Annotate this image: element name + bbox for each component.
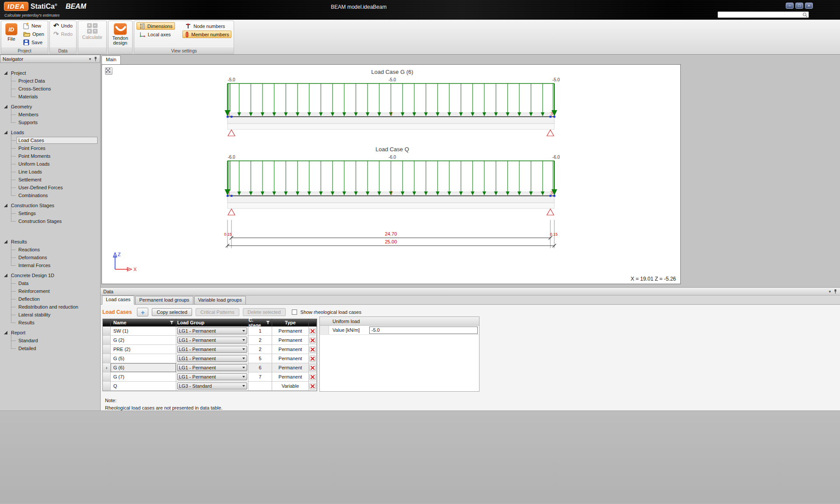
cell-type[interactable]: Permanent [272,327,309,336]
add-load-case-button[interactable]: + [137,308,148,316]
node-numbers-toggle[interactable]: Node numbers [182,22,231,30]
critical-patterns-button[interactable]: Critical Patterns [196,308,239,316]
cell-name[interactable]: G (5) [111,354,176,363]
row-selector-cell[interactable] [103,327,111,336]
expander-icon[interactable] [4,105,8,109]
data-panel-pin-icon[interactable] [833,289,837,294]
navigator-dropdown-icon[interactable]: ▾ [89,57,91,61]
sidebar-item-results[interactable]: Results [0,319,100,327]
table-row[interactable]: G (5)LG1 - Permanent5Permanent [103,354,317,363]
row-selector-cell[interactable] [103,336,111,345]
expander-icon[interactable] [4,240,8,244]
cell-name[interactable]: G (2) [111,336,176,345]
column-header-type[interactable]: Type [272,319,309,327]
close-button[interactable]: × [805,3,813,9]
delete-row-button[interactable] [309,374,316,380]
delete-row-button[interactable] [309,337,316,344]
filter-funnel-icon[interactable] [266,321,270,324]
new-button[interactable]: New [22,22,46,29]
cell-c-stage[interactable] [248,382,272,391]
cell-type[interactable]: Variable [272,382,309,391]
expander-icon[interactable] [4,274,8,278]
expander-icon[interactable] [4,131,8,135]
cell-c-stage[interactable]: 7 [248,372,272,382]
load-group-dropdown[interactable]: LG3 - Standard [177,382,247,389]
data-panel-dropdown-icon[interactable]: ▾ [829,289,831,294]
load-group-dropdown[interactable]: LG1 - Permanent [177,364,247,371]
cell-type[interactable]: Permanent [272,336,309,345]
row-selector-cell[interactable]: › [103,363,111,372]
row-selector-cell[interactable] [103,372,111,382]
column-header-c-stage[interactable]: C. stage [248,319,272,327]
cell-name[interactable]: Q [111,382,176,391]
expander-icon[interactable] [4,204,8,208]
row-selector-cell[interactable] [103,382,111,391]
load-group-dropdown[interactable]: LG1 - Permanent [177,355,247,362]
cell-name[interactable]: G (6) [111,363,176,372]
fit-view-button[interactable] [105,67,112,75]
load-group-dropdown[interactable]: LG1 - Permanent [177,327,247,334]
cell-c-stage[interactable]: 6 [248,363,272,372]
tendon-design-button[interactable]: Tendondesign [111,22,130,46]
table-row[interactable]: ›G (6)LG1 - Permanent6Permanent [103,363,317,372]
cell-c-stage[interactable]: 1 [248,327,272,336]
column-header-load-group[interactable]: Load Group [176,319,248,327]
delete-row-button[interactable] [309,383,316,389]
cell-c-stage[interactable]: 2 [248,336,272,345]
cell-name[interactable]: G (7) [111,372,176,382]
open-button[interactable]: Open [22,31,46,38]
load-group-dropdown[interactable]: LG1 - Permanent [177,337,247,344]
delete-row-button[interactable] [309,328,316,334]
sidebar-item-supports[interactable]: Supports [0,118,100,126]
search-input[interactable] [718,11,809,18]
dimensions-toggle[interactable]: Dimensions [136,22,175,30]
row-selector-cell[interactable] [103,354,111,363]
table-row[interactable]: QLG3 - StandardVariable [103,382,317,391]
value-input[interactable]: -5.0 [369,327,478,334]
undo-button[interactable]: ↶ Undo [52,22,74,29]
cell-type[interactable]: Permanent [272,363,309,372]
cell-name[interactable]: PRE (2) [111,345,176,354]
expander-icon[interactable] [4,71,8,75]
filter-funnel-icon[interactable] [170,321,174,324]
show-rheological-checkbox[interactable] [292,309,297,315]
sidebar-item-internal-forces[interactable]: Internal Forces [0,261,100,269]
minimize-button[interactable]: − [786,3,794,9]
expander-icon[interactable] [4,331,8,335]
sidebar-item-detailed[interactable]: Detailed [0,344,100,352]
table-row[interactable]: G (7)LG1 - Permanent7Permanent [103,372,317,382]
cell-type[interactable]: Permanent [272,372,309,382]
local-axes-toggle[interactable]: Local axes [136,31,175,38]
tab-load-cases[interactable]: Load cases [102,295,134,305]
beam-canvas[interactable]: Load Case G (6)-5.0-5.0-5.0123Load Case … [102,64,681,284]
cell-name[interactable]: SW (1) [111,327,176,336]
load-group-dropdown[interactable]: LG1 - Permanent [177,373,247,380]
table-row[interactable]: SW (1)LG1 - Permanent1Permanent [103,327,317,336]
sidebar-item-combinations[interactable]: Combinations [0,191,100,199]
column-header-name[interactable]: Name [111,319,176,327]
redo-button[interactable]: ↷ Redo [52,31,74,38]
sidebar-item-construction-stages[interactable]: Construction Stages [0,217,100,225]
maximize-button[interactable]: □ [795,3,803,9]
tab-variable-load-groups[interactable]: Variable load groups [194,296,246,304]
cell-c-stage[interactable]: 5 [248,354,272,363]
delete-row-button[interactable] [309,365,316,371]
sidebar-item-materials[interactable]: Materials [0,93,100,101]
cell-type[interactable]: Permanent [272,354,309,363]
delete-row-button[interactable] [309,355,316,362]
delete-row-button[interactable] [309,346,316,353]
tab-main[interactable]: Main [102,56,121,64]
tab-permanent-load-groups[interactable]: Permanent load groups [135,296,193,304]
cell-c-stage[interactable]: 2 [248,345,272,354]
row-selector-cell[interactable] [103,345,111,354]
file-button[interactable]: ID File [4,22,19,42]
delete-selected-button[interactable]: Delete selected [243,308,286,316]
load-group-dropdown[interactable]: LG1 - Permanent [177,346,247,353]
calculate-button[interactable]: +− ×÷ Calculate [80,22,104,41]
save-button[interactable]: Save [22,39,46,46]
cell-type[interactable]: Permanent [272,345,309,354]
copy-selected-button[interactable]: Copy selected [152,308,192,316]
pin-icon[interactable] [94,56,98,62]
table-row[interactable]: PRE (2)LG1 - Permanent2Permanent [103,345,317,354]
member-numbers-toggle[interactable]: Member numbers [182,31,231,38]
